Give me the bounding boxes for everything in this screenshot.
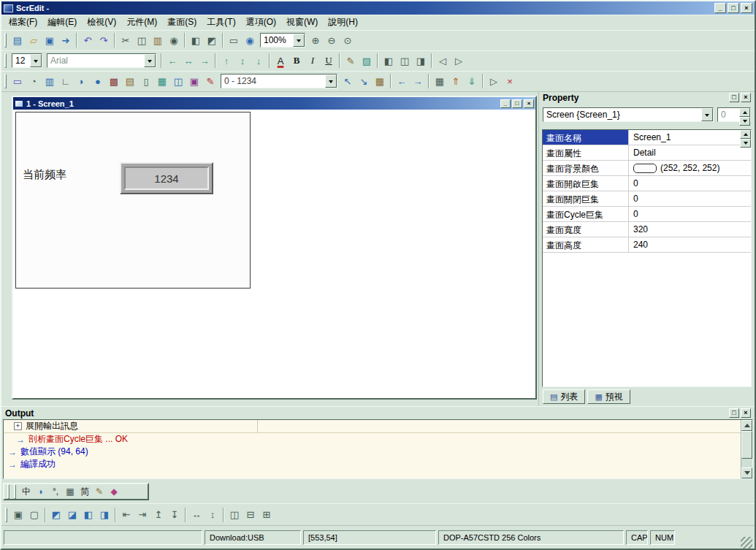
zoom-reset-icon[interactable]: ⊙ (340, 32, 356, 48)
font-size-combo[interactable]: 12 (12, 53, 42, 68)
font-name-arrow-icon[interactable] (144, 54, 156, 67)
property-value[interactable]: 240 (629, 237, 751, 252)
next-state-icon[interactable]: ▷ (451, 53, 467, 69)
element-address-arrow-icon[interactable] (325, 75, 337, 88)
scroll-thumb[interactable] (741, 431, 752, 459)
flip-horizontal-icon[interactable]: ↔ (180, 53, 196, 69)
property-spinner[interactable]: 0 (717, 107, 751, 122)
static-text-element[interactable]: 当前频率 (23, 168, 66, 182)
maximize-button[interactable]: □ (728, 3, 739, 13)
output-close-button[interactable]: × (741, 408, 751, 418)
pattern-element-icon[interactable]: ▩ (106, 73, 122, 89)
output-header-row[interactable]: + 展開輸出訊息 (4, 420, 752, 433)
prev-state-icon[interactable]: ◁ (435, 53, 451, 69)
prev-element-icon[interactable]: ← (394, 73, 410, 89)
property-row-screen-width[interactable]: 畫面寬度 320 (543, 222, 751, 237)
same-height-icon[interactable]: ↕ (205, 507, 221, 523)
font-name-combo[interactable]: Arial (47, 53, 156, 68)
property-close-button[interactable]: × (741, 93, 751, 102)
menu-item-tools[interactable]: 工具(T) (202, 15, 240, 30)
property-row-screen-height[interactable]: 畫面高度 240 (543, 237, 751, 253)
align-bottom-icon[interactable]: ↧ (167, 507, 183, 523)
meter-element-icon[interactable]: ◔ (26, 73, 42, 89)
ime-handwrite-icon[interactable]: ✎ (92, 485, 107, 498)
menu-item-edit[interactable]: 編輯(E) (42, 15, 82, 30)
property-row-background-color[interactable]: 畫面背景顏色 (252, 252, 252) (543, 161, 751, 176)
save-icon[interactable]: ▣ (42, 32, 58, 48)
property-value[interactable]: 0 (629, 176, 751, 191)
zoom-combo-arrow-icon[interactable] (293, 34, 305, 47)
picture-right-icon[interactable]: ◨ (413, 53, 429, 69)
spinner-down-icon[interactable] (739, 117, 750, 126)
bold-icon[interactable]: B (289, 53, 305, 69)
property-row-screen-type[interactable]: 畫面屬性 Detail (543, 145, 751, 161)
cascade-windows-icon[interactable]: ◩ (204, 32, 220, 48)
nudge-left-icon[interactable]: ← (164, 53, 180, 69)
read-address-icon[interactable]: ↖ (340, 73, 356, 89)
scale-element-icon[interactable]: ▯ (138, 73, 154, 89)
scroll-down-icon[interactable] (741, 467, 752, 478)
upload-icon[interactable]: ⇑ (448, 73, 464, 89)
same-size-icon[interactable]: ⊞ (259, 507, 275, 523)
underline-icon[interactable]: U (321, 53, 337, 69)
simulate-icon[interactable]: ▷ (486, 73, 502, 89)
find-icon[interactable]: ◉ (166, 32, 182, 48)
address-book-icon[interactable]: ▦ (372, 73, 388, 89)
draw-pen-icon[interactable]: ✎ (343, 53, 359, 69)
toolbar-grip[interactable] (4, 74, 7, 88)
expand-output-icon[interactable]: + (14, 422, 22, 430)
close-button[interactable]: × (741, 3, 752, 13)
screen-editor-area[interactable]: 当前频率 1234 (13, 110, 535, 398)
circle-element-icon[interactable]: ● (90, 73, 106, 89)
property-value[interactable]: (252, 252, 252) (629, 161, 751, 175)
screen-jump-icon[interactable]: ◫ (170, 73, 186, 89)
screen-canvas[interactable]: 当前频率 1234 (15, 112, 251, 289)
picture-left-icon[interactable]: ◧ (381, 53, 397, 69)
property-value[interactable]: 0 (629, 191, 751, 206)
property-panel-titlebar[interactable]: Property □ × (539, 91, 755, 104)
print-icon[interactable]: ▭ (226, 32, 242, 48)
open-file-icon[interactable]: ▱ (26, 32, 42, 48)
output-panel-titlebar[interactable]: Output □ × (1, 407, 755, 419)
toolbar-grip[interactable] (7, 484, 9, 499)
nudge-right-icon[interactable]: → (196, 53, 213, 69)
write-address-icon[interactable]: ↘ (356, 73, 372, 89)
spinner-up-icon[interactable] (740, 130, 751, 139)
element-address-combo[interactable]: 0 - 1234 (221, 74, 337, 88)
ime-keyboard-icon[interactable]: ▦ (63, 485, 77, 498)
menu-item-element[interactable]: 元件(M) (121, 15, 162, 30)
bar-element-icon[interactable]: ▥ (42, 73, 58, 89)
nudge-up-icon[interactable]: ↑ (218, 53, 234, 69)
abort-icon[interactable]: × (502, 73, 518, 89)
bitmap-element-icon[interactable]: ▤ (122, 73, 138, 89)
screen-restore-button[interactable]: □ (512, 99, 522, 108)
spinner-down-icon[interactable] (740, 139, 751, 145)
property-target-combo[interactable]: Screen {Screen_1} (543, 107, 714, 122)
ime-simplified-icon[interactable]: 简 (77, 485, 92, 498)
property-value[interactable]: Detail (629, 145, 751, 160)
grid-element-icon[interactable]: ▦ (154, 73, 170, 89)
toolbar-grip[interactable] (5, 508, 7, 522)
pipe-element-icon[interactable]: ∟ (58, 73, 74, 89)
download-icon[interactable]: ⇓ (464, 73, 480, 89)
export-icon[interactable]: ➔ (58, 32, 74, 48)
keypad-element-icon[interactable]: ▣ (186, 73, 202, 89)
ime-tools-icon[interactable]: ◆ (107, 485, 121, 498)
minimize-button[interactable]: _ (714, 3, 726, 13)
menu-item-screen[interactable]: 畫面(S) (162, 15, 202, 30)
menu-item-view[interactable]: 檢視(V) (82, 15, 121, 30)
tab-list[interactable]: ▤ 列表 (543, 389, 585, 404)
scroll-up-icon[interactable] (741, 420, 752, 431)
tile-windows-icon[interactable]: ◧ (188, 32, 204, 48)
menu-item-file[interactable]: 檔案(F) (4, 15, 42, 30)
align-left-icon[interactable]: ⇤ (118, 507, 134, 523)
new-file-icon[interactable]: ▤ (9, 32, 26, 48)
same-width-icon[interactable]: ↔ (188, 507, 205, 523)
redo-icon[interactable]: ↷ (96, 32, 112, 48)
about-icon[interactable]: ◉ (242, 32, 258, 48)
compile-icon[interactable]: ▦ (432, 73, 448, 89)
nudge-down-icon[interactable]: ↓ (251, 53, 267, 69)
screen-close-button[interactable]: × (524, 99, 534, 108)
property-row-cycle-macro[interactable]: 畫面Cycle巨集 0 (543, 207, 751, 222)
toolbar-grip[interactable] (4, 33, 7, 47)
